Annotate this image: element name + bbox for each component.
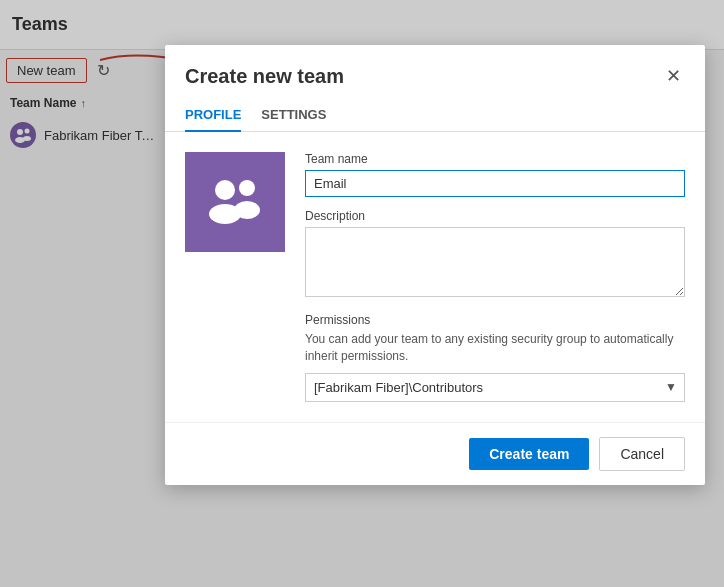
team-name-label: Team name <box>305 152 685 166</box>
form-area: Team name Description Permissions You ca… <box>305 152 685 402</box>
permissions-label: Permissions <box>305 313 685 327</box>
svg-point-8 <box>234 201 260 219</box>
team-name-input[interactable] <box>305 170 685 197</box>
modal-body: Team name Description Permissions You ca… <box>165 132 705 422</box>
create-team-button[interactable]: Create team <box>469 438 589 470</box>
modal-tabs: PROFILE SETTINGS <box>165 99 705 132</box>
close-button[interactable]: ✕ <box>662 63 685 89</box>
svg-point-5 <box>215 180 235 200</box>
modal-dialog: Create new team ✕ PROFILE SETTINGS Team … <box>165 45 705 485</box>
permissions-desc: You can add your team to any existing se… <box>305 331 685 365</box>
modal-title: Create new team <box>185 65 344 88</box>
description-label: Description <box>305 209 685 223</box>
cancel-button[interactable]: Cancel <box>599 437 685 471</box>
team-avatar-large <box>185 152 285 252</box>
team-group-icon <box>203 170 267 234</box>
modal-header: Create new team ✕ <box>165 45 705 99</box>
permissions-select-wrap: [Fabrikam Fiber]\Contributors [Fabrikam … <box>305 373 685 402</box>
description-input[interactable] <box>305 227 685 297</box>
svg-point-7 <box>239 180 255 196</box>
tab-profile[interactable]: PROFILE <box>185 99 241 132</box>
permissions-select[interactable]: [Fabrikam Fiber]\Contributors [Fabrikam … <box>305 373 685 402</box>
modal-footer: Create team Cancel <box>165 422 705 485</box>
tab-settings[interactable]: SETTINGS <box>261 99 326 132</box>
